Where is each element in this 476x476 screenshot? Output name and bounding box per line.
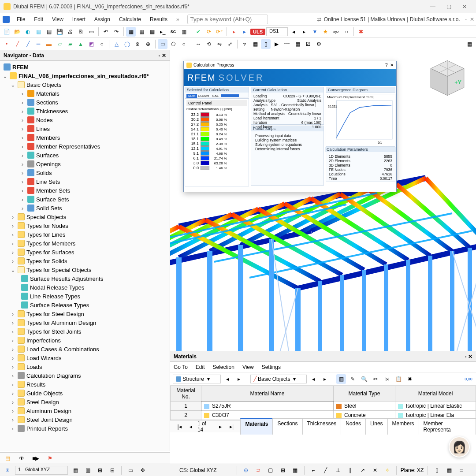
tree-folder[interactable]: ›Load Cases & Combinations	[0, 345, 170, 353]
sb-pan-icon[interactable]: ✥	[138, 465, 148, 475]
tree-folder[interactable]: ›Types for Aluminum Design	[0, 318, 170, 327]
help-icon[interactable]: ?	[385, 63, 388, 67]
flag2-icon[interactable]: ▸	[240, 27, 249, 37]
wire-icon[interactable]: ▦	[293, 39, 302, 49]
sb-sel-icon[interactable]: ▭	[126, 465, 135, 475]
col-model[interactable]: Material Model	[395, 386, 476, 402]
mat-prev2-icon[interactable]: ◂	[309, 374, 318, 384]
undock-icon[interactable]: ▫	[158, 52, 160, 59]
sel-circ-icon[interactable]: ○	[179, 39, 189, 49]
pager-next-icon[interactable]: ▸	[216, 422, 225, 431]
close-icon[interactable]: ✕	[457, 0, 472, 13]
rel2-icon[interactable]: ⊕	[143, 39, 153, 49]
viewport-3d[interactable]: Calculation Progress? ✕ RFEMSOLVER Selec…	[170, 50, 476, 451]
tree-folder[interactable]: ›Types for Solids	[0, 257, 170, 265]
snap2-icon[interactable]: ▢	[266, 465, 275, 475]
tree-folder[interactable]: ›Types for Steel Joints	[0, 327, 170, 336]
load-combo-select[interactable]: DS1	[266, 27, 288, 36]
nav-flag-icon[interactable]: ⚑	[45, 454, 55, 463]
mat-filter-icon[interactable]: ▥	[336, 374, 346, 384]
view-cube[interactable]: +Y	[428, 58, 467, 98]
tab-nodes[interactable]: Nodes	[341, 418, 366, 435]
move-icon[interactable]: ↔	[193, 39, 203, 49]
tab-thicknesses[interactable]: Thicknesses	[302, 418, 342, 435]
geo7-icon[interactable]: ✧	[383, 465, 392, 475]
line-icon[interactable]: ╱	[12, 39, 22, 49]
close-panel-icon[interactable]: ✕	[470, 16, 474, 22]
tab-materials[interactable]: Materials	[240, 418, 273, 435]
mat-find-icon[interactable]: 🔍	[359, 374, 369, 384]
grid-icon[interactable]: ▦	[465, 39, 474, 49]
mat-next2-icon[interactable]: ▸	[320, 374, 330, 384]
star-icon[interactable]: ★	[320, 27, 330, 37]
hinge-icon[interactable]: ◯	[122, 39, 132, 49]
table2-icon[interactable]: ▦	[137, 27, 146, 37]
next-icon[interactable]: ▸	[299, 27, 309, 37]
save-icon[interactable]: 💾	[55, 27, 64, 37]
menu-overflow[interactable]: »	[172, 15, 184, 24]
xyz-icon[interactable]: xyz	[331, 27, 341, 37]
tree-item[interactable]: ›Surface Sets	[0, 195, 170, 204]
snap4-icon[interactable]: ▦	[290, 465, 300, 475]
calc-icon[interactable]: ⟳	[204, 27, 214, 37]
block-icon[interactable]: ▦	[33, 27, 43, 37]
tree-item[interactable]: ›Openings	[0, 160, 170, 168]
scale-icon[interactable]: ⤢	[225, 39, 235, 49]
tree-item[interactable]: Surface Results Adjustments	[0, 274, 170, 283]
tree-root[interactable]: RFEM	[0, 63, 170, 71]
mat-del-icon[interactable]: ✖	[405, 374, 415, 384]
script-icon[interactable]: ▤	[44, 27, 54, 37]
col-type[interactable]: Material Type	[334, 386, 395, 402]
snap-magnet-icon[interactable]: ⊃	[253, 465, 263, 475]
panel-icon[interactable]: ▥	[179, 27, 189, 37]
dim-icon[interactable]: ↔	[342, 27, 351, 37]
tree-basic-objects[interactable]: ⌄Basic Objects	[0, 80, 170, 89]
surf3-icon[interactable]: ▲	[76, 39, 86, 49]
geo4-icon[interactable]: ∥	[346, 465, 355, 475]
tree-item[interactable]: ›Solids	[0, 168, 170, 177]
mat-units-icon[interactable]: 0,00	[464, 374, 473, 384]
minimize-icon[interactable]: —	[425, 0, 441, 13]
gear-icon[interactable]: ⚙	[314, 39, 324, 49]
pager-first-icon[interactable]: |◂	[175, 422, 184, 431]
tree-folder[interactable]: ›Imperfections	[0, 336, 170, 345]
mat-menu-goto[interactable]: Go To	[174, 364, 188, 370]
rel-icon[interactable]: ⊗	[133, 39, 142, 49]
menu-file[interactable]: File	[12, 15, 30, 24]
geo2-icon[interactable]: ╱	[321, 465, 331, 475]
tab-sections[interactable]: Sections	[272, 418, 302, 435]
new-icon[interactable]: 📄	[2, 27, 11, 37]
cs-icon[interactable]: ✳	[3, 465, 12, 475]
tree-item[interactable]: ›Member Representatives	[0, 142, 170, 151]
tree-special-types[interactable]: ⌄Types for Special Objects	[0, 265, 170, 274]
print-icon[interactable]: 🖨	[65, 27, 75, 37]
cloud-icon[interactable]: ◐	[23, 27, 33, 37]
close-nav-icon[interactable]: ✕	[162, 52, 166, 59]
check-icon[interactable]: ✔	[193, 27, 203, 37]
table-row[interactable]: 1 S275JR Steel Isotropic | Linear Elasti…	[171, 402, 476, 411]
tree-item[interactable]: ›Nodes	[0, 115, 170, 124]
support-icon[interactable]: △	[112, 39, 121, 49]
pager-prev-icon[interactable]: ◂	[186, 422, 196, 431]
menu-insert[interactable]: Insert	[68, 15, 90, 24]
tree-folder[interactable]: ›Types for Steel Design	[0, 309, 170, 318]
mat-paste-icon[interactable]: 📋	[394, 374, 403, 384]
tab-member representa[interactable]: Member Representa	[419, 418, 476, 435]
tree-folder[interactable]: ›Types for Nodes	[0, 221, 170, 230]
rotate-icon[interactable]: ⟲	[204, 39, 214, 49]
graph-icon[interactable]: 〰	[282, 39, 292, 49]
structure-select[interactable]: Structure ▾	[173, 375, 221, 383]
doc-icon[interactable]: ▭	[86, 27, 96, 37]
menu-calculate[interactable]: Calculate	[115, 15, 145, 24]
tree-folder[interactable]: ›Load Wizards	[0, 353, 170, 362]
tree-folder[interactable]: ›Aluminum Design	[0, 406, 170, 415]
mat-next-icon[interactable]: ▸	[234, 374, 244, 384]
copy-icon[interactable]: ⎘	[76, 27, 86, 37]
cs-select[interactable]: 1 - Global XYZ	[15, 466, 68, 475]
tree-folder[interactable]: ›Results	[0, 380, 170, 389]
close-dialog-icon[interactable]: ✕	[390, 63, 394, 67]
tree-item[interactable]: ›Members	[0, 133, 170, 142]
surf2-icon[interactable]: ▰	[65, 39, 75, 49]
menu-view[interactable]: View	[48, 15, 68, 24]
nav-video-icon[interactable]: ■▶	[31, 454, 41, 463]
